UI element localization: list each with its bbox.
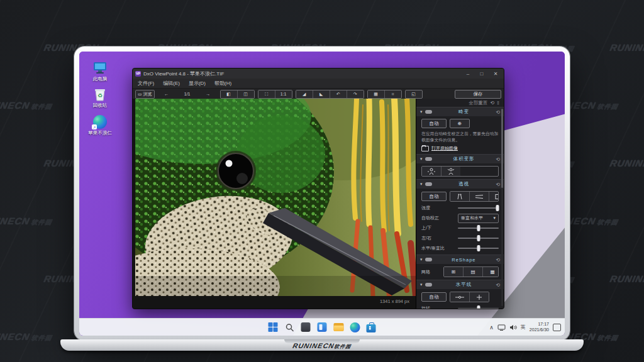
force-vertical-icon[interactable] bbox=[450, 192, 470, 201]
taskbar-clock[interactable]: 17:17 2021/6/30 bbox=[530, 322, 549, 332]
menu-file[interactable]: 文件(F) bbox=[138, 80, 154, 87]
distortion-auto-button[interactable]: 自动 bbox=[421, 119, 447, 128]
search-icon bbox=[285, 323, 294, 332]
grid-overlay-icon[interactable]: ▦ bbox=[368, 90, 385, 98]
panel-options-icon[interactable]: ⁝⁝ bbox=[497, 100, 499, 106]
window-title: DxO ViewPoint 4.8 - 苹果不浪仁.TIF bbox=[143, 70, 460, 77]
section-horizon-header[interactable]: ▾ 水平线 ⟲ bbox=[416, 280, 504, 289]
section-toggle[interactable] bbox=[425, 258, 432, 261]
minimize-button[interactable]: – bbox=[462, 70, 474, 77]
slider-thumb[interactable] bbox=[477, 225, 480, 231]
section-toggle[interactable] bbox=[425, 110, 432, 114]
rotate-right-icon[interactable]: ↷ bbox=[347, 90, 364, 98]
reset-icon[interactable]: ⟲ bbox=[496, 282, 500, 288]
desktop-icon-recycle-bin[interactable]: ♻ 回收站 bbox=[82, 87, 118, 108]
guides-icon[interactable]: ⌗ bbox=[385, 90, 401, 98]
rotate-left-icon[interactable]: ↶ bbox=[330, 90, 347, 98]
split-view-icon[interactable]: ◫ bbox=[238, 90, 254, 98]
section-perspective-header[interactable]: ▾ 透视 ⟲ bbox=[416, 179, 504, 189]
section-toggle[interactable] bbox=[425, 182, 432, 186]
reset-icon[interactable]: ⟲ bbox=[496, 257, 500, 263]
leftright-slider[interactable] bbox=[458, 238, 499, 239]
keystone-vertical-icon[interactable]: ◢ bbox=[296, 90, 313, 98]
file-explorer-button[interactable] bbox=[333, 322, 344, 332]
menu-view[interactable]: 显示(D) bbox=[189, 80, 206, 87]
desktop-icon-image-shortcut[interactable]: ↗ 苹果不浪仁 bbox=[82, 114, 118, 136]
reset-icon[interactable]: ⟲ bbox=[496, 109, 500, 115]
desktop-icon-this-pc[interactable]: 此电脑 bbox=[82, 60, 118, 82]
search-button[interactable] bbox=[284, 322, 295, 332]
store-button[interactable] bbox=[366, 322, 377, 332]
start-button[interactable] bbox=[268, 322, 279, 332]
edge-button[interactable] bbox=[350, 322, 360, 332]
slider-thumb[interactable] bbox=[477, 305, 480, 309]
overlay-group: ▦ ⌗ bbox=[367, 90, 402, 99]
rotate-slider[interactable] bbox=[458, 308, 499, 309]
distortion-add-icon[interactable]: ⊕ bbox=[450, 119, 470, 128]
section-toggle[interactable] bbox=[425, 283, 432, 287]
taskbar-app-dark[interactable] bbox=[301, 322, 311, 332]
image-dimensions-status: 1341 x 894 px bbox=[380, 299, 409, 304]
section-volume-header[interactable]: ▾ 体积变形 ⟲ bbox=[416, 154, 504, 163]
crosshair-icon[interactable] bbox=[470, 292, 489, 302]
window-titlebar[interactable]: VP DxO ViewPoint 4.8 - 苹果不浪仁.TIF – □ ✕ bbox=[133, 69, 504, 79]
grid-3-icon[interactable]: ⊞ bbox=[444, 267, 464, 277]
chevron-down-icon[interactable]: ▾ bbox=[420, 109, 423, 114]
section-toggle[interactable] bbox=[425, 157, 432, 161]
ratio-slider[interactable] bbox=[458, 248, 499, 249]
speaker-icon[interactable] bbox=[509, 324, 517, 331]
rectangle-tool-icon[interactable] bbox=[489, 192, 499, 201]
level-line-icon[interactable] bbox=[450, 292, 470, 302]
volume-spherical-icon[interactable] bbox=[441, 167, 460, 176]
slider-thumb[interactable] bbox=[477, 235, 480, 241]
close-button[interactable]: ✕ bbox=[490, 70, 501, 77]
panel-scrollbar[interactable] bbox=[501, 107, 503, 306]
fit-screen-icon[interactable]: ⛶ bbox=[258, 90, 275, 98]
section-distortion-header[interactable]: ▾ 畸变 ⟲ bbox=[416, 107, 504, 116]
autocorrect-dropdown[interactable]: 垂直和水平 ▾ bbox=[458, 214, 499, 223]
reset-all-label[interactable]: 全部重置 bbox=[469, 100, 487, 106]
ime-indicator[interactable]: 英 bbox=[521, 324, 526, 331]
intensity-slider[interactable] bbox=[458, 207, 499, 209]
crop-icon[interactable]: ◱ bbox=[405, 90, 423, 99]
chevron-down-icon[interactable]: ▾ bbox=[420, 156, 423, 162]
keystone-horizontal-icon[interactable]: ◣ bbox=[313, 90, 330, 98]
reset-all-icon[interactable]: ⟲ bbox=[490, 100, 494, 106]
photo-canvas[interactable] bbox=[135, 99, 416, 296]
open-original-link[interactable]: 打开原始图像 bbox=[421, 145, 499, 151]
reset-icon[interactable]: ⟲ bbox=[496, 156, 500, 162]
section-perspective-body: 自动 bbox=[416, 189, 504, 255]
perspective-auto-button[interactable]: 自动 bbox=[421, 192, 447, 201]
slider-thumb[interactable] bbox=[477, 245, 480, 251]
chevron-down-icon[interactable]: ▾ bbox=[420, 257, 423, 262]
watermark-tile: RUNINECN软件园 bbox=[0, 331, 53, 343]
slider-thumb[interactable] bbox=[496, 205, 499, 211]
taskbar-app-blue[interactable] bbox=[317, 322, 328, 332]
single-view-icon[interactable]: ◧ bbox=[221, 90, 238, 98]
section-reshape-header[interactable]: ▾ ReShape ⟲ bbox=[416, 255, 504, 264]
save-button[interactable]: 保存 bbox=[455, 90, 501, 99]
updown-slider[interactable] bbox=[458, 228, 499, 229]
force-horizontal-icon[interactable] bbox=[470, 192, 489, 201]
menu-edit[interactable]: 编辑(E) bbox=[163, 80, 180, 87]
menu-help[interactable]: 帮助(H) bbox=[214, 80, 231, 87]
maximize-button[interactable]: □ bbox=[476, 70, 487, 77]
browse-button[interactable]: ▭浏览 bbox=[135, 90, 155, 99]
chevron-down-icon[interactable]: ▾ bbox=[420, 182, 423, 187]
desktop-icon-label: 苹果不浪仁 bbox=[88, 131, 112, 136]
panel-header: 全部重置 ⟲ ⁝⁝ bbox=[416, 99, 504, 107]
horizon-auto-button[interactable]: 自动 bbox=[421, 292, 447, 302]
tray-chevron-icon[interactable]: ∧ bbox=[489, 324, 494, 331]
zoom-1to1-icon[interactable]: 1:1 bbox=[275, 90, 292, 98]
corrections-panel: 全部重置 ⟲ ⁝⁝ ▾ 畸变 ⟲ 自 bbox=[416, 99, 504, 309]
chevron-down-icon[interactable]: ▾ bbox=[420, 282, 423, 287]
volume-cylindrical-icon[interactable] bbox=[422, 167, 441, 176]
notification-icon[interactable] bbox=[553, 324, 561, 331]
prev-image-button[interactable]: ← bbox=[158, 90, 175, 99]
network-icon[interactable] bbox=[497, 324, 506, 331]
grid-7-icon[interactable]: ▦ bbox=[483, 267, 499, 277]
grid-5-icon[interactable]: ▤ bbox=[464, 267, 483, 277]
next-image-button[interactable]: → bbox=[199, 90, 217, 99]
reset-icon[interactable]: ⟲ bbox=[496, 182, 500, 187]
section-volume-body bbox=[416, 163, 504, 179]
